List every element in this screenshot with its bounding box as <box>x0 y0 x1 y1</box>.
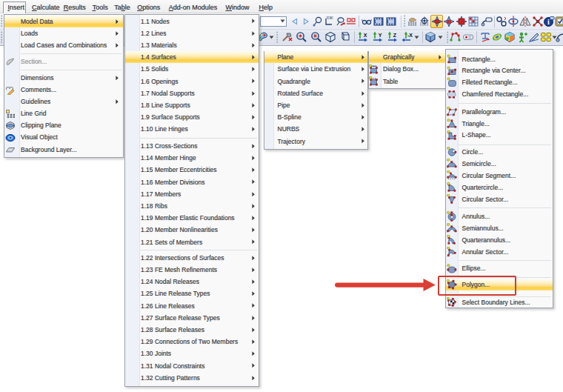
svg-text:Y: Y <box>379 33 382 38</box>
svg-text:X: X <box>364 33 367 38</box>
svg-text:-X: -X <box>407 33 413 38</box>
svg-text:i: i <box>547 18 550 26</box>
svg-text:Z: Z <box>393 33 397 38</box>
